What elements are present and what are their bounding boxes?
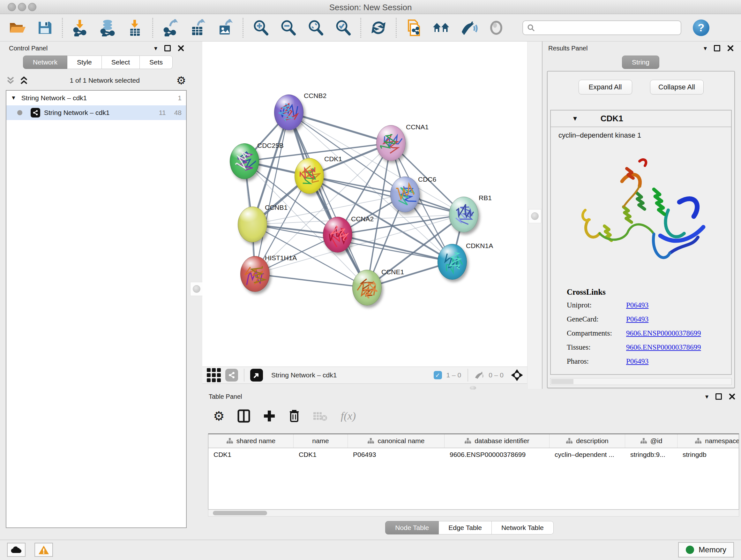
delete-table-icon[interactable] — [313, 410, 328, 422]
tab-network-table[interactable]: Network Table — [492, 521, 554, 535]
detach-view-icon[interactable] — [250, 369, 263, 381]
panel-menu-icon[interactable]: ▾ — [705, 393, 709, 400]
network-edge[interactable] — [255, 112, 289, 274]
table-h-scrollbar[interactable] — [208, 509, 739, 516]
float-panel-icon[interactable] — [164, 45, 171, 51]
table-cell[interactable]: stringdb — [677, 448, 739, 462]
export-network-icon[interactable] — [161, 19, 179, 37]
crosslink-link[interactable]: P06493 — [626, 357, 649, 366]
crosslink-link[interactable]: 9606.ENSP00000378699 — [626, 329, 701, 337]
grid-view-icon[interactable] — [207, 366, 221, 384]
zoom-in-icon[interactable] — [252, 19, 270, 37]
network-edge[interactable] — [289, 112, 391, 143]
expand-all-icon[interactable] — [20, 76, 28, 85]
right-splitter-handle[interactable] — [529, 209, 541, 223]
open-session-icon[interactable] — [8, 19, 26, 37]
table-cell[interactable]: 9606.ENSP00000378699 — [445, 448, 549, 462]
import-network-icon[interactable] — [71, 19, 89, 37]
cloud-button[interactable] — [7, 543, 25, 557]
glass-effect-icon[interactable] — [460, 19, 478, 37]
warnings-button[interactable] — [35, 543, 53, 557]
selected-checkbox-icon[interactable]: ✓ — [434, 371, 442, 379]
tab-string[interactable]: String — [622, 56, 659, 69]
column-header-description[interactable]: description — [549, 434, 625, 448]
close-panel-icon[interactable] — [727, 45, 734, 51]
tab-sets[interactable]: Sets — [140, 56, 173, 69]
tab-style[interactable]: Style — [67, 56, 102, 69]
zoom-selected-icon[interactable] — [334, 19, 352, 37]
panel-menu-icon[interactable]: ▾ — [704, 44, 707, 52]
column-header-name[interactable]: name — [293, 434, 348, 448]
add-column-icon[interactable] — [263, 410, 276, 422]
float-panel-icon[interactable] — [714, 45, 720, 51]
help-icon[interactable]: ? — [693, 19, 710, 36]
panel-menu-icon[interactable]: ▾ — [154, 44, 157, 52]
crosslink-link[interactable]: P06493 — [626, 301, 649, 309]
highlight-neighbors-icon[interactable] — [487, 19, 505, 37]
column-header--id[interactable]: @id — [625, 434, 677, 448]
save-session-icon[interactable] — [36, 19, 54, 37]
network-collection-row[interactable]: ▼ String Network – cdk1 1 — [6, 91, 186, 105]
table-cell[interactable]: cyclin–dependent ... — [549, 448, 625, 462]
function-builder-icon[interactable]: f(x) — [341, 410, 356, 422]
column-header-shared-name[interactable]: shared name — [208, 434, 293, 448]
network-node-CDC25B[interactable] — [230, 143, 259, 179]
expand-all-button[interactable]: Expand All — [579, 80, 632, 95]
hidden-counter: 0 – 0 — [488, 371, 503, 379]
crosslink-link[interactable]: 9606.ENSP00000378699 — [626, 343, 701, 352]
export-table-icon[interactable] — [189, 19, 207, 37]
table-settings-gear-icon[interactable]: ⚙ — [213, 410, 225, 422]
table-cell[interactable]: CDK1 — [293, 448, 348, 462]
network-node-CCNA1[interactable] — [376, 125, 406, 161]
column-header-namespace[interactable]: namespace — [677, 434, 739, 448]
network-node-CCNA2[interactable] — [323, 217, 352, 253]
column-header-canonical-name[interactable]: canonical name — [348, 434, 445, 448]
network-node-CDKN1A[interactable] — [437, 244, 467, 280]
network-options-gear-icon[interactable]: ⚙ — [177, 75, 186, 86]
network-share-icon[interactable] — [225, 369, 238, 381]
birds-eye-icon[interactable] — [511, 369, 523, 381]
import-database-icon[interactable] — [98, 19, 117, 37]
refresh-icon[interactable] — [369, 19, 387, 37]
table-cell[interactable]: stringdb:9... — [625, 448, 677, 462]
network-canvas[interactable]: CCNB2CCNA1CDC25BCDK1CDC6RB1CCNB1CCNA2CDK… — [202, 42, 527, 367]
export-image-icon[interactable] — [216, 19, 234, 37]
show-columns-icon[interactable] — [238, 409, 250, 423]
column-header-database-identifier[interactable]: database identifier — [445, 434, 549, 448]
collapse-all-button[interactable]: Collapse All — [650, 80, 704, 95]
network-edge[interactable] — [289, 112, 367, 288]
tab-edge-table[interactable]: Edge Table — [439, 521, 492, 535]
close-panel-icon[interactable] — [729, 393, 735, 400]
network-node-CDC6[interactable] — [390, 177, 420, 212]
results-scrollbar[interactable] — [550, 378, 732, 385]
gene-collapse-icon[interactable]: ▼ — [572, 115, 578, 122]
network-node-CCNB2[interactable] — [274, 95, 304, 130]
network-node-CCNE1[interactable] — [352, 270, 382, 306]
float-panel-icon[interactable] — [716, 393, 722, 400]
graphics-details-icon[interactable] — [432, 19, 450, 37]
zoom-out-icon[interactable] — [279, 19, 297, 37]
table-cell[interactable]: CDK1 — [208, 448, 293, 462]
close-panel-icon[interactable] — [178, 45, 184, 51]
collection-expand-icon[interactable]: ▼ — [11, 95, 16, 101]
zoom-fit-icon[interactable] — [307, 19, 325, 37]
import-table-icon[interactable] — [126, 19, 144, 37]
network-edge[interactable] — [338, 235, 452, 262]
tab-node-table[interactable]: Node Table — [385, 521, 439, 535]
left-splitter-handle[interactable] — [190, 282, 203, 296]
delete-column-icon[interactable] — [288, 409, 300, 423]
hidden-eye-icon[interactable] — [475, 371, 484, 379]
network-edge[interactable] — [255, 274, 367, 288]
memory-button[interactable]: Memory — [678, 542, 734, 557]
table-cell[interactable]: P06493 — [348, 448, 445, 462]
network-node-RB1[interactable] — [449, 197, 478, 233]
clone-network-icon[interactable] — [405, 19, 423, 37]
crosslink-link[interactable]: P06493 — [626, 315, 649, 323]
search-input[interactable] — [522, 20, 681, 35]
network-node-CCNB1[interactable] — [238, 206, 267, 242]
network-node-CDK1[interactable] — [294, 158, 324, 194]
collapse-all-icon[interactable] — [6, 76, 15, 85]
tab-network[interactable]: Network — [23, 56, 67, 69]
network-row[interactable]: String Network – cdk1 11 48 — [6, 105, 186, 120]
tab-select[interactable]: Select — [102, 56, 140, 69]
